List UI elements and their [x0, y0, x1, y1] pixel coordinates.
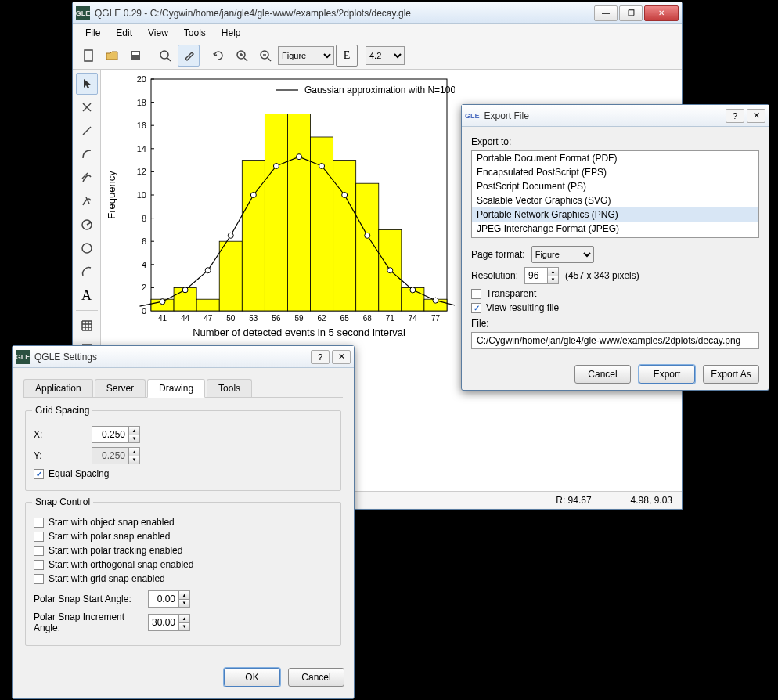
snap-control-group: Snap Control Start with object snap enab… [25, 502, 341, 646]
settings-tabs: Application Server Drawing Tools [23, 379, 343, 398]
export-titlebar[interactable]: GLE Export File ? ✕ [462, 105, 769, 127]
svg-rect-71 [219, 241, 242, 311]
polar-track-checkbox[interactable] [34, 546, 44, 556]
settings-close-button[interactable]: ✕ [332, 350, 351, 364]
grid-x-input[interactable] [92, 427, 128, 442]
resolution-spinner[interactable]: ▲▼ [524, 267, 559, 284]
svg-text:74: 74 [409, 314, 418, 323]
menu-help[interactable]: Help [214, 26, 249, 40]
svg-rect-2 [132, 52, 139, 55]
svg-text:4: 4 [142, 260, 146, 269]
close-button[interactable]: ✕ [644, 5, 679, 21]
svg-point-89 [342, 193, 348, 198]
circle-tool[interactable] [76, 237, 98, 259]
tab-drawing[interactable]: Drawing [147, 379, 205, 398]
main-titlebar[interactable]: GLE QGLE 0.29 - C:/Cygwin/home/jan/gle4/… [73, 2, 682, 24]
export-close-button[interactable]: ✕ [747, 109, 765, 123]
arc-tool[interactable] [76, 261, 98, 283]
help-button[interactable]: ? [311, 350, 330, 364]
settings-cancel-button[interactable]: Cancel [288, 668, 344, 687]
svg-point-86 [273, 164, 279, 169]
mode-select[interactable]: Figure [278, 46, 334, 65]
zoom-button[interactable] [154, 45, 176, 67]
perp-tool[interactable] [76, 190, 98, 212]
svg-text:47: 47 [204, 314, 213, 323]
maximize-button[interactable]: ❐ [619, 5, 643, 21]
x-tool[interactable] [76, 96, 98, 118]
tab-server[interactable]: Server [95, 379, 146, 397]
zoom-select[interactable]: 4.2 [366, 46, 405, 65]
polar-start-spinner[interactable]: ▲▼ [148, 590, 190, 608]
format-option-2[interactable]: PostScript Document (PS) [472, 179, 758, 193]
export-help-button[interactable]: ? [726, 109, 744, 123]
zoom-in-button[interactable] [231, 45, 253, 67]
edit-drag-button[interactable] [178, 45, 200, 67]
object-snap-checkbox[interactable] [34, 518, 44, 528]
circle-center-tool[interactable] [76, 214, 98, 236]
refresh-button[interactable] [207, 45, 229, 67]
open-button[interactable] [101, 45, 123, 67]
svg-point-90 [365, 233, 370, 238]
svg-line-18 [87, 222, 91, 225]
polar-snap-checkbox[interactable] [34, 532, 44, 542]
settings-titlebar[interactable]: GLE QGLE Settings ? ✕ [13, 346, 354, 368]
export-buttons: Cancel Export Export As [462, 359, 769, 390]
svg-text:0: 0 [142, 306, 146, 316]
transparent-checkbox[interactable] [471, 289, 481, 299]
e-button[interactable]: E [336, 45, 358, 67]
export-button[interactable]: Export [639, 365, 695, 384]
equal-spacing-checkbox[interactable]: ✓ [34, 469, 44, 479]
menu-edit[interactable]: Edit [108, 26, 140, 40]
svg-text:Gaussian approximation with N=: Gaussian approximation with N=100 [304, 85, 455, 96]
settings-dialog: GLE QGLE Settings ? ✕ Application Server… [12, 345, 355, 699]
line-tool[interactable] [76, 120, 98, 142]
menu-tools[interactable]: Tools [176, 26, 214, 40]
file-path-input[interactable] [471, 332, 759, 349]
status-r: R: 94.67 [556, 495, 591, 506]
menu-view[interactable]: View [140, 26, 176, 40]
grid-group-title: Grid Spacing [32, 405, 92, 416]
tab-tools[interactable]: Tools [207, 379, 252, 397]
new-button[interactable] [77, 45, 99, 67]
main-toolbar: Figure E 4.2 [73, 41, 682, 70]
svg-rect-70 [196, 299, 219, 311]
polar-incr-spinner[interactable]: ▲▼ [148, 614, 190, 631]
export-cancel-button[interactable]: Cancel [574, 365, 631, 384]
svg-text:Number of detected events in 5: Number of detected events in 5 second in… [193, 327, 405, 338]
format-option-1[interactable]: Encapsulated PostScript (EPS) [472, 165, 758, 179]
snap-group-title: Snap Control [32, 496, 93, 507]
menu-file[interactable]: File [77, 26, 108, 40]
format-option-4[interactable]: Portable Network Graphics (PNG) [472, 207, 758, 222]
pointer-tool[interactable] [76, 73, 98, 95]
resolution-label: Resolution: [471, 270, 518, 281]
svg-point-92 [410, 287, 416, 293]
page-format-select[interactable]: Figure [531, 246, 594, 263]
save-button[interactable] [124, 45, 146, 67]
svg-text:12: 12 [137, 167, 146, 176]
zoom-out-button[interactable] [254, 45, 276, 67]
polar-incr-label: Polar Snap Increment Angle: [34, 612, 142, 633]
grid-spacing-group: Grid Spacing X: ▲▼ Y: ▲▼ ✓Equal Spacing [25, 410, 341, 491]
svg-line-4 [167, 58, 171, 61]
format-option-3[interactable]: Scalable Vector Graphics (SVG) [472, 193, 758, 207]
view-file-checkbox[interactable]: ✓ [471, 303, 481, 313]
svg-point-81 [160, 299, 165, 305]
format-listbox[interactable]: Portable Document Format (PDF)Encapsulat… [471, 150, 759, 238]
settings-ok-button[interactable]: OK [224, 668, 280, 687]
export-as-button[interactable]: Export As [703, 365, 759, 384]
tangent-tool[interactable] [76, 167, 98, 189]
curve-tool[interactable] [76, 143, 98, 165]
grid-tool[interactable] [76, 315, 98, 337]
svg-text:14: 14 [137, 144, 146, 153]
svg-point-83 [205, 268, 211, 273]
grid-x-spinner[interactable]: ▲▼ [92, 426, 140, 443]
svg-rect-73 [265, 114, 287, 311]
grid-snap-checkbox[interactable] [34, 574, 44, 584]
svg-text:71: 71 [386, 314, 395, 323]
format-option-5[interactable]: JPEG Interchange Format (JPEG) [472, 222, 758, 236]
ortho-snap-checkbox[interactable] [34, 560, 44, 570]
tab-application[interactable]: Application [23, 379, 93, 397]
text-tool[interactable]: A [76, 284, 98, 306]
format-option-0[interactable]: Portable Document Format (PDF) [472, 151, 758, 165]
minimize-button[interactable]: — [594, 5, 618, 21]
